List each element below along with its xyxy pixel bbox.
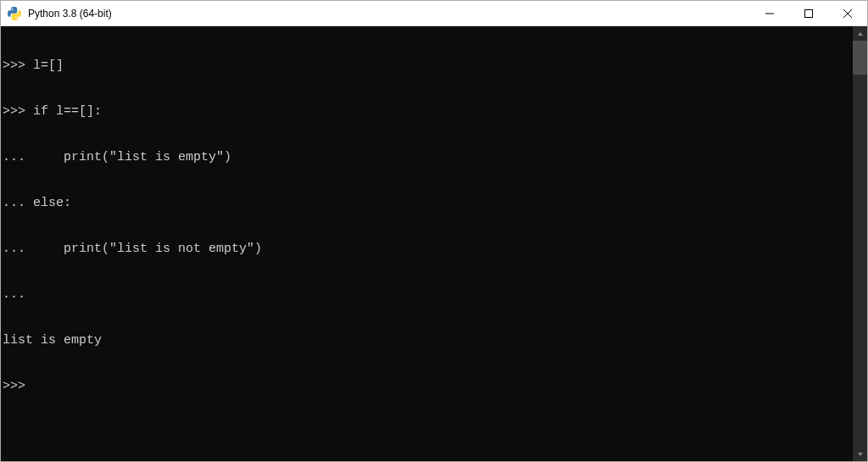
console-line: >>> l=[] [1, 58, 853, 74]
chevron-up-icon [857, 31, 864, 37]
window-title: Python 3.8 (64-bit) [28, 8, 750, 19]
console-line: ... [1, 287, 853, 303]
svg-rect-0 [805, 9, 813, 17]
console-output[interactable]: >>> l=[] >>> if l==[]: ... print("list i… [1, 26, 853, 461]
titlebar[interactable]: Python 3.8 (64-bit) [1, 1, 867, 26]
vertical-scrollbar[interactable] [853, 26, 867, 461]
minimize-button[interactable] [750, 1, 789, 25]
python-icon [8, 7, 21, 20]
scroll-thumb[interactable] [853, 41, 867, 75]
console-line: ... print("list is not empty") [1, 242, 853, 257]
maximize-icon [804, 9, 813, 18]
scroll-down-button[interactable] [853, 447, 867, 461]
minimize-icon [765, 9, 774, 18]
console-line: ... else: [1, 196, 853, 211]
window-controls [750, 1, 867, 25]
python-console-window: Python 3.8 (64-bit) >>> l=[] >>> if l==[… [0, 0, 868, 462]
maximize-button[interactable] [789, 1, 828, 25]
close-icon [843, 9, 852, 18]
close-button[interactable] [828, 1, 867, 25]
console-line: >>> if l==[]: [1, 104, 853, 120]
scroll-up-button[interactable] [853, 26, 867, 41]
console-line: ... print("list is empty") [1, 150, 853, 165]
console-line: >>> [1, 379, 853, 394]
console-area: >>> l=[] >>> if l==[]: ... print("list i… [1, 26, 867, 461]
chevron-down-icon [857, 451, 864, 458]
console-line: list is empty [1, 333, 853, 348]
